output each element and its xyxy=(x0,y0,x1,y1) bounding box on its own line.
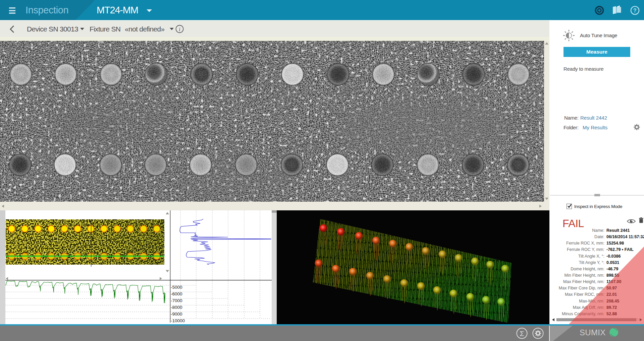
svg-text:-5000: -5000 xyxy=(171,285,182,290)
svg-text:-9000: -9000 xyxy=(171,312,182,317)
svg-text:Σ: Σ xyxy=(520,330,524,337)
svg-text:?: ? xyxy=(633,8,637,13)
svg-text:-10000: -10000 xyxy=(171,318,185,323)
svg-text:-7000: -7000 xyxy=(171,298,182,303)
svg-text:-8000: -8000 xyxy=(171,305,182,310)
svg-text:-6000: -6000 xyxy=(171,291,182,296)
svg-text:i: i xyxy=(179,26,180,32)
